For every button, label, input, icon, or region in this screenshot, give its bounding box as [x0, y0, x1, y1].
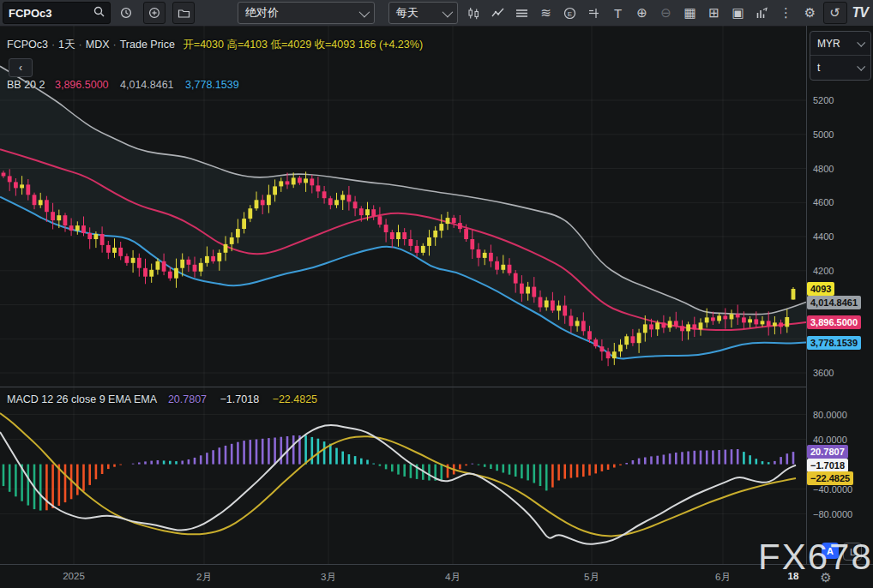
macd-chart-panel[interactable] — [0, 387, 806, 564]
settings-icon[interactable]: ⚙ — [799, 3, 822, 23]
trading-app: FCPOc3 绝对价 每天 ≋ET⊕⊖▦⊞▣⋮⚙↺ TV — [0, 0, 873, 588]
price-tick: 4800 — [813, 164, 834, 174]
time-tick: 6月 — [715, 571, 731, 584]
interval-dropdown[interactable]: 每天 — [388, 2, 458, 24]
tradingview-logo[interactable]: TV — [852, 5, 868, 21]
price-tick: 5000 — [813, 129, 834, 140]
currency-value: MYR — [817, 38, 840, 50]
macd-tick: 40.0000 — [813, 435, 847, 445]
macd-tag: −1.7018 — [807, 459, 848, 472]
axis-unit-box: MYR t — [810, 31, 871, 81]
price-tick: 5200 — [813, 95, 834, 105]
chevron-down-icon — [358, 6, 370, 17]
search-icon — [93, 6, 105, 20]
undo-icon[interactable]: ↺ — [823, 2, 847, 24]
clock-icon[interactable] — [116, 3, 136, 23]
time-tick: 4月 — [445, 571, 461, 584]
more-dots-icon[interactable]: ⋮ — [775, 3, 798, 23]
add-compare-icon[interactable] — [143, 2, 166, 24]
time-tick: 3月 — [321, 571, 336, 584]
price-tag: 3,896.5000 — [807, 315, 861, 329]
time-tick-current: 18 — [788, 571, 799, 581]
currency-dropdown[interactable]: MYR — [810, 32, 870, 55]
chevron-down-icon — [857, 63, 865, 71]
price-mode-dropdown[interactable]: 绝对价 — [238, 2, 375, 24]
macd-tick: −80.0000 — [813, 509, 852, 519]
macd-tag: 20.7807 — [807, 445, 848, 459]
bar-replay-icon[interactable] — [751, 3, 774, 23]
indicators-icon[interactable] — [487, 3, 509, 23]
time-tick: 2025 — [63, 571, 85, 581]
screenshot-icon[interactable]: ⊞ — [703, 3, 725, 23]
collapse-legend-button[interactable]: ‹ — [9, 58, 33, 77]
macd-tag: −22.4825 — [807, 471, 853, 485]
unit-value: t — [817, 62, 820, 74]
e-circle-icon[interactable]: E — [559, 3, 581, 23]
price-tick: 4600 — [813, 197, 834, 207]
copy-image-icon[interactable]: ▣ — [727, 3, 750, 23]
price-tick: 4200 — [813, 266, 834, 276]
panel-divider[interactable] — [0, 387, 873, 387]
price-mode-value: 绝对价 — [245, 5, 279, 21]
zoom-out-icon[interactable]: ⊖ — [655, 3, 677, 23]
price-tick: 4400 — [813, 231, 834, 242]
symbol-search-input[interactable]: FCPOc3 — [3, 2, 111, 24]
macd-tick: 80.0000 — [813, 410, 847, 420]
top-toolbar: FCPOc3 绝对价 每天 ≋ET⊕⊖▦⊞▣⋮⚙↺ TV — [0, 0, 873, 27]
price-tag: 4,014.8461 — [807, 296, 861, 309]
folder-icon[interactable] — [172, 2, 195, 24]
time-tick: 5月 — [584, 571, 599, 584]
measure-icon[interactable] — [583, 3, 605, 23]
waves-icon[interactable]: ≋ — [535, 3, 557, 23]
price-tick: 3600 — [813, 368, 834, 378]
svg-text:E: E — [568, 9, 572, 17]
log-scale-button[interactable]: L — [843, 543, 862, 561]
layout-lines-icon[interactable] — [511, 3, 533, 23]
price-tag: 4093 — [807, 282, 834, 296]
zoom-in-icon[interactable]: ⊕ — [631, 3, 653, 23]
chevron-down-icon — [442, 6, 453, 17]
price-chart-panel[interactable] — [0, 26, 806, 387]
unit-dropdown[interactable]: t — [810, 55, 870, 79]
time-tick: 2月 — [196, 571, 212, 584]
toolbar-icon-strip: ≋ET⊕⊖▦⊞▣⋮⚙↺ — [463, 2, 847, 24]
price-axis[interactable]: 520050004800460044004200360080.000040.00… — [807, 26, 873, 564]
interval-value: 每天 — [396, 5, 418, 21]
time-axis[interactable]: ⚙ 20252月3月4月5月6月18 — [0, 564, 873, 588]
symbol-search-value: FCPOc3 — [9, 7, 52, 20]
table-icon[interactable]: ▦ — [679, 3, 701, 23]
timezone-settings-icon[interactable]: ⚙ — [816, 568, 835, 587]
text-icon[interactable]: T — [607, 3, 629, 23]
chevron-down-icon — [857, 39, 865, 47]
macd-tick: −40.0000 — [813, 484, 852, 495]
price-tag: 3,778.1539 — [807, 336, 861, 350]
candlestick-style-icon[interactable] — [463, 3, 485, 23]
auto-scale-button[interactable]: A — [822, 543, 839, 559]
